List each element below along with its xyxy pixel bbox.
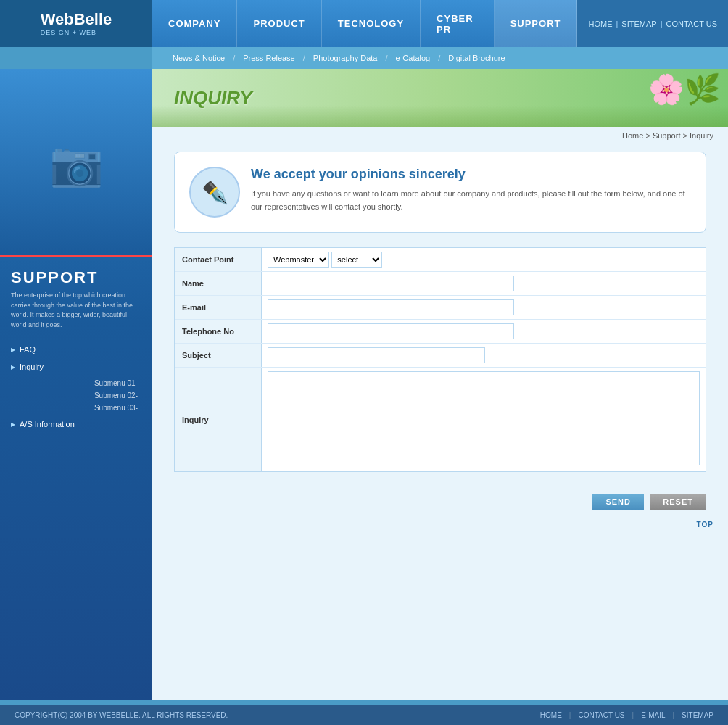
email-label: E-mail: [175, 296, 262, 319]
telephone-field-container: [262, 320, 706, 343]
sidebar-submenu-item-1[interactable]: Submenu 01: [0, 377, 152, 389]
banner-hills-decoration: [152, 105, 728, 127]
form-row-telephone: Telephone No: [175, 320, 706, 344]
sub-nav-digital[interactable]: Digital Brochure: [442, 54, 510, 62]
sidebar-section-title: SUPPORT: [0, 257, 152, 291]
breadcrumb: Home > Support > Inquiry: [152, 127, 728, 144]
sidebar-image: 📷: [0, 69, 152, 257]
email-input[interactable]: [268, 299, 514, 315]
inquiry-field-container: [262, 368, 706, 471]
contact-point-select[interactable]: Webmaster Sales Support General: [268, 252, 329, 268]
top-anchor[interactable]: TOP: [152, 517, 728, 532]
sub-nav-press[interactable]: Press Release: [237, 54, 301, 62]
welcome-text: We accept your opinions sincerely If you…: [251, 167, 691, 213]
form-row-inquiry: Inquiry: [175, 368, 706, 471]
contact-point-select2[interactable]: select Option 1 Option 2: [331, 252, 382, 268]
sidebar-submenu-item-3[interactable]: Submenu 03: [0, 402, 152, 414]
footer-copyright: COPYRIGHT(C) 2004 BY WEBBELLE. ALL RIGHT…: [15, 711, 228, 719]
email-field-container: [262, 296, 706, 319]
welcome-icon: ✒️: [189, 167, 240, 218]
subject-input[interactable]: [268, 347, 485, 363]
sidebar-submenu-item-2[interactable]: Submenu 02: [0, 389, 152, 402]
contact-point-field: Webmaster Sales Support General select O…: [262, 248, 706, 271]
nav-bar: COMPANY PRODUCT TECNOLOGY CYBER PR SUPPO…: [152, 0, 577, 47]
top-link-sitemap[interactable]: SITEMAP: [621, 20, 656, 28]
header: WebBelle DESIGN + WEB COMPANY PRODUCT TE…: [0, 0, 728, 47]
nav-company[interactable]: COMPANY: [152, 0, 237, 47]
sidebar-image-decoration: 📷: [0, 69, 152, 257]
logo-name: WebBelle: [41, 11, 112, 28]
footer-link-home[interactable]: HOME: [540, 711, 562, 719]
nav-cyber-pr[interactable]: CYBER PR: [421, 0, 495, 47]
form-row-contact-point: Contact Point Webmaster Sales Support Ge…: [175, 248, 706, 272]
sidebar: 📷 SUPPORT The enterprise of the top whic…: [0, 69, 152, 700]
top-link-contact[interactable]: CONTACT US: [666, 20, 718, 28]
top-links-area: HOME | SITEMAP | CONTACT US: [577, 0, 728, 47]
content-area: INQUIRY 🌸🌿 Home > Support > Inquiry ✒️ W…: [152, 69, 728, 700]
top-link-home[interactable]: HOME: [588, 20, 612, 28]
footer-link-email[interactable]: E-MAIL: [641, 711, 665, 719]
form-row-name: Name: [175, 272, 706, 296]
nav-product[interactable]: PRODUCT: [237, 0, 321, 47]
inquiry-banner: INQUIRY 🌸🌿: [152, 69, 728, 127]
welcome-box: ✒️ We accept your opinions sincerely If …: [174, 152, 706, 233]
subject-field-container: [262, 344, 706, 367]
telephone-input[interactable]: [268, 323, 514, 339]
inquiry-label: Inquiry: [175, 368, 262, 471]
form-buttons: SEND RESET: [152, 486, 728, 517]
subject-label: Subject: [175, 344, 262, 367]
footer: COPYRIGHT(C) 2004 BY WEBBELLE. ALL RIGHT…: [0, 705, 728, 725]
welcome-heading: We accept your opinions sincerely: [251, 167, 691, 182]
sidebar-submenu-inquiry: Submenu 01 Submenu 02 Submenu 03: [0, 376, 152, 415]
name-field: [262, 272, 706, 295]
name-input[interactable]: [268, 276, 514, 291]
sidebar-desc: The enterprise of the top which creation…: [0, 291, 152, 341]
main-layout: 📷 SUPPORT The enterprise of the top whic…: [0, 69, 728, 700]
sub-nav-ecatalog[interactable]: e-Catalog: [390, 54, 437, 62]
sidebar-item-as[interactable]: A/S Information: [0, 415, 152, 433]
sub-nav-news[interactable]: News & Notice: [167, 54, 231, 62]
sub-nav: News & Notice / Press Release / Photogra…: [152, 47, 728, 69]
sidebar-item-inquiry[interactable]: Inquiry: [0, 358, 152, 376]
banner-flowers: 🌸🌿: [648, 72, 721, 107]
logo-sub: DESIGN + WEB: [41, 29, 112, 36]
inquiry-form: Contact Point Webmaster Sales Support Ge…: [174, 247, 706, 472]
telephone-label: Telephone No: [175, 320, 262, 343]
footer-link-contact[interactable]: CONTACT US: [578, 711, 624, 719]
inquiry-textarea[interactable]: [268, 371, 700, 465]
sub-nav-photo[interactable]: Photography Data: [307, 54, 384, 62]
contact-point-label: Contact Point: [175, 248, 262, 271]
footer-link-sitemap[interactable]: SITEMAP: [682, 711, 713, 719]
form-row-subject: Subject: [175, 344, 706, 368]
reset-button[interactable]: RESET: [650, 494, 706, 510]
sidebar-item-faq[interactable]: FAQ: [0, 341, 152, 358]
footer-links: HOME | CONTACT US | E-MAIL | SITEMAP: [540, 711, 713, 719]
logo-area: WebBelle DESIGN + WEB: [0, 0, 152, 47]
nav-tecnology[interactable]: TECNOLOGY: [322, 0, 421, 47]
name-label: Name: [175, 272, 262, 295]
nav-support[interactable]: SUPPORT: [495, 0, 578, 47]
form-row-email: E-mail: [175, 296, 706, 320]
welcome-paragraph: If you have any questions or want to lea…: [251, 188, 691, 213]
send-button[interactable]: SEND: [592, 494, 644, 510]
